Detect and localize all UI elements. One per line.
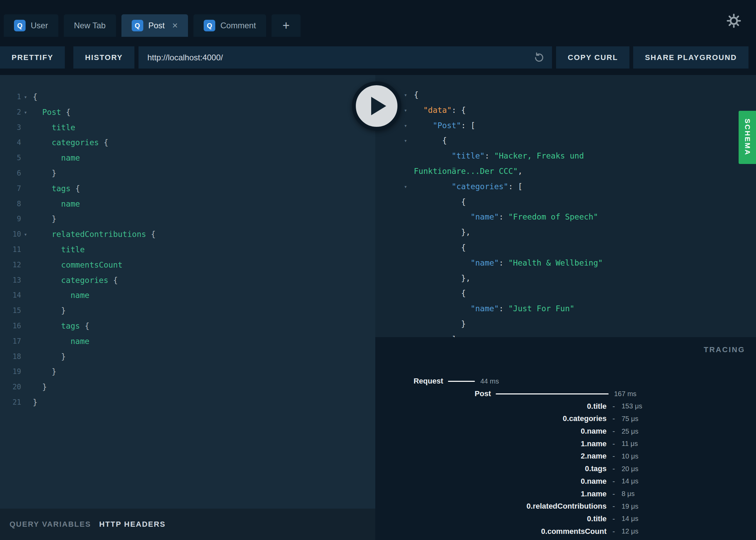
line-number: 5 xyxy=(0,150,21,166)
execute-query-button[interactable] xyxy=(352,81,401,131)
editor-line: 4 categories { xyxy=(0,135,375,150)
code-text: { xyxy=(414,136,447,145)
code-token: "Freedom of Speech" xyxy=(508,212,598,221)
history-button[interactable]: HISTORY xyxy=(73,46,134,69)
trace-label: 0.categories xyxy=(375,414,607,423)
trace-row: Request44 ms xyxy=(375,375,756,388)
line-number: 19 xyxy=(0,364,21,379)
trace-label: Post xyxy=(375,389,491,398)
share-playground-button[interactable]: SHARE PLAYGROUND xyxy=(633,46,748,69)
editor-line: 5 name xyxy=(0,150,375,166)
query-editor-panel[interactable]: 1▾{2▾ Post {3 title4 categories {5 name6… xyxy=(0,75,375,540)
code-text: } xyxy=(33,352,66,361)
editor-line: 10▾ relatedContributions { xyxy=(0,227,375,242)
fold-arrow-icon[interactable]: ▾ xyxy=(24,105,27,120)
trace-row: 0.relatedContributions-19 μs xyxy=(375,500,756,513)
trace-row: 0.name-14 μs xyxy=(375,475,756,488)
line-number: 21 xyxy=(0,395,21,410)
tracing-rows: Request44 msPost167 ms0.title-153 μs0.ca… xyxy=(375,375,756,538)
code-token: "name" xyxy=(470,258,499,267)
code-token: title xyxy=(33,123,75,132)
code-token xyxy=(414,212,470,221)
code-token: : { xyxy=(452,106,466,115)
add-tab-button[interactable]: + xyxy=(272,14,301,37)
code-token: ] xyxy=(414,335,456,337)
code-token: } xyxy=(52,214,56,223)
code-token: categories xyxy=(33,276,113,285)
endpoint-url-input[interactable] xyxy=(139,46,552,69)
code-token: "Hacker, Freaks und xyxy=(494,151,584,160)
code-token xyxy=(33,306,61,315)
tracing-panel: TRACING Request44 msPost167 ms0.title-15… xyxy=(375,337,756,540)
copy-curl-button[interactable]: COPY CURL xyxy=(556,46,629,69)
editor-line: 20 } xyxy=(0,379,375,395)
code-token: } xyxy=(61,352,66,361)
tab-post[interactable]: Q Post × xyxy=(121,14,188,37)
code-token xyxy=(414,182,452,191)
response-line: ▾{ xyxy=(375,87,756,103)
tab-user[interactable]: Q User xyxy=(4,14,58,37)
code-token: } xyxy=(61,306,66,315)
tab-label: Post xyxy=(148,21,165,30)
code-token: : xyxy=(485,151,494,160)
schema-side-tab[interactable]: SCHEMA xyxy=(739,111,756,164)
tab-comment[interactable]: Q Comment xyxy=(193,14,266,37)
line-number: 2 xyxy=(0,105,21,120)
editor-line: 12 commentsCount xyxy=(0,257,375,273)
fold-arrow-icon[interactable]: ▾ xyxy=(24,90,27,105)
code-text: title xyxy=(33,245,85,254)
fold-arrow-icon[interactable]: ▾ xyxy=(404,179,407,195)
editor-line: 3 title xyxy=(0,120,375,135)
response-line: { xyxy=(375,240,756,255)
code-token: } xyxy=(52,367,56,376)
trace-time: 75 μs xyxy=(622,415,638,423)
fold-arrow-icon[interactable]: ▾ xyxy=(404,103,407,118)
code-token: { xyxy=(414,197,466,206)
code-token: : xyxy=(499,304,508,313)
query-variables-tab[interactable]: QUERY VARIABLES xyxy=(10,520,91,529)
http-headers-tab[interactable]: HTTP HEADERS xyxy=(99,520,166,529)
editor-line: 6 } xyxy=(0,166,375,181)
trace-label: 0.relatedContributions xyxy=(375,502,607,511)
line-number: 20 xyxy=(0,379,21,395)
trace-row: 2.name-10 μs xyxy=(375,450,756,463)
code-token: name xyxy=(33,337,89,346)
code-text: name xyxy=(33,153,80,162)
fold-arrow-icon[interactable]: ▾ xyxy=(404,133,407,149)
code-token xyxy=(33,352,61,361)
trace-label: 2.name xyxy=(375,452,607,461)
code-token: : xyxy=(499,212,508,221)
code-token xyxy=(414,121,433,130)
code-token: } xyxy=(414,319,466,328)
tab-close-icon[interactable]: × xyxy=(172,21,178,30)
code-text: "title": "Hacker, Freaks und xyxy=(414,151,584,160)
prettify-button[interactable]: PRETTIFY xyxy=(0,46,65,69)
tab-new-tab[interactable]: New Tab xyxy=(64,14,116,37)
trace-row: 0.title-153 μs xyxy=(375,400,756,412)
trace-label: 0.title xyxy=(375,402,607,411)
code-token: }, xyxy=(414,228,470,237)
trace-row: 0.categories-75 μs xyxy=(375,412,756,425)
trace-dash: - xyxy=(611,490,616,498)
settings-gear-icon[interactable] xyxy=(726,13,742,29)
response-line: { xyxy=(375,194,756,210)
query-type-badge: Q xyxy=(14,20,26,31)
fold-arrow-icon[interactable]: ▾ xyxy=(404,88,407,103)
trace-label: 0.name xyxy=(375,477,607,486)
graphql-playground-window: Q User New Tab Q Post × Q Comment + PRET… xyxy=(0,0,756,540)
fold-arrow-icon[interactable]: ▾ xyxy=(404,118,407,134)
line-number: 10 xyxy=(0,227,21,242)
response-line: ▾ "Post": [ xyxy=(375,118,756,133)
code-token: , xyxy=(518,167,523,176)
line-number: 1 xyxy=(0,89,21,105)
code-text: categories { xyxy=(33,276,118,285)
reload-schema-icon[interactable] xyxy=(533,51,545,64)
editor-line: 14 name xyxy=(0,288,375,303)
code-text: }, xyxy=(414,228,470,237)
code-token xyxy=(414,258,470,267)
trace-time: 11 μs xyxy=(622,440,638,448)
fold-arrow-icon[interactable]: ▾ xyxy=(24,227,27,242)
trace-row: 1.name-11 μs xyxy=(375,437,756,450)
editor-line: 17 name xyxy=(0,334,375,349)
trace-dash: - xyxy=(611,502,616,511)
